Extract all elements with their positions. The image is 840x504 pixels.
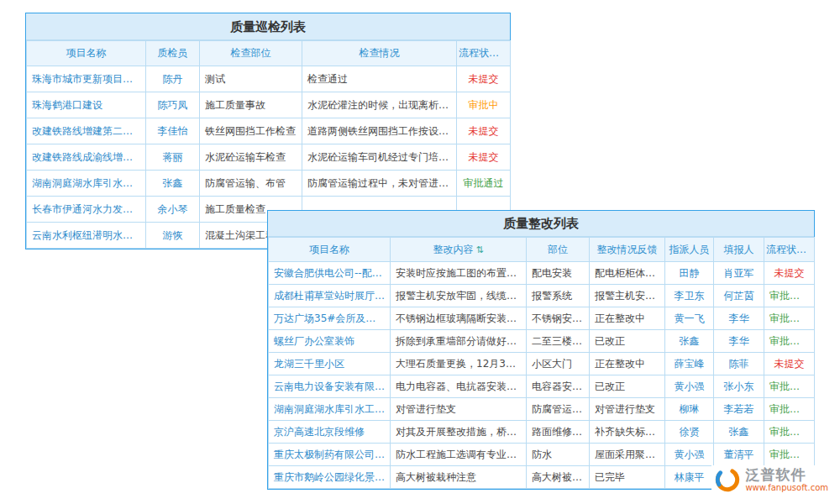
text-cell: 路面维修检... — [527, 421, 590, 444]
text-cell: 小区大门 — [527, 353, 590, 375]
person-cell: 徐贤 — [665, 421, 714, 444]
text-cell: 已完毕 — [590, 466, 665, 489]
column-header[interactable]: 项目名称 — [27, 41, 146, 66]
person-cell: 陈菲 — [714, 353, 764, 375]
watermark-brand: 泛普软件 — [745, 467, 828, 483]
text-cell: 屋面采用聚氨... — [590, 444, 665, 466]
text-cell: 水泥砼灌注的时候，出现离析现象 — [302, 92, 457, 118]
status-cell: 审批通过 — [764, 421, 815, 444]
column-header[interactable]: 检查部位 — [200, 41, 302, 66]
person-cell: 张鑫 — [665, 330, 714, 353]
text-cell: 防腐管运输、布管 — [200, 171, 302, 197]
text-cell: 拆除到承重墙部分请做好加固... — [391, 330, 527, 353]
project-name-cell[interactable]: 长春市伊通河水力发电... — [27, 197, 146, 223]
status-cell: 未提交 — [457, 66, 511, 92]
column-header-label: 指派人员 — [669, 244, 710, 255]
column-header[interactable]: 质检员 — [146, 41, 200, 66]
project-name-cell[interactable]: 重庆太极制药有限公司嘉州中... — [269, 444, 391, 466]
text-cell: 高大树被栽种 — [527, 466, 590, 489]
rectification-header-row: 项目名称整改内容⇅部位整改情况反馈指派人员填报人流程状态⇅ — [269, 238, 815, 262]
column-header[interactable]: 检查情况 — [302, 41, 457, 66]
project-name-cell[interactable]: 云南电力设备安装有限公司20... — [269, 375, 391, 398]
project-name-cell[interactable]: 改建铁路线成渝线增建第... — [27, 144, 146, 171]
person-cell: 陈丹 — [146, 66, 200, 92]
status-cell: 审批通过 — [764, 330, 815, 353]
status-cell: 未提交 — [764, 262, 815, 285]
column-header-label: 流程状态 — [459, 47, 499, 59]
column-header-label: 项目名称 — [66, 47, 107, 59]
text-cell: 补齐缺失标志... — [590, 421, 665, 444]
column-header[interactable]: 部位 — [527, 238, 590, 262]
project-name-cell[interactable]: 云南水利枢纽潜明水库... — [27, 223, 146, 249]
project-name-cell[interactable]: 珠海市城市更新项目紫... — [27, 66, 146, 92]
text-cell: 水泥砼运输车司机经过专门培训... — [302, 144, 457, 171]
column-header-label: 整改内容 — [433, 244, 473, 255]
project-name-cell[interactable]: 珠海鹤港口建设 — [27, 92, 146, 118]
project-name-cell[interactable]: 万达广场35#会所及咖啡厅空... — [269, 307, 391, 330]
project-name-cell[interactable]: 螺丝厂办公室装饰 — [269, 330, 391, 353]
person-cell: 游恢 — [146, 223, 200, 249]
project-name-cell[interactable]: 湖南洞庭湖水库引水工程施工... — [269, 398, 391, 421]
page: { "inspection_table": { "title": "质量巡检列表… — [0, 0, 840, 504]
table-row: 成都杜甫草堂站时展厅独立展...报警主机安放牢固，线缆连接...报警系统报警主机… — [269, 285, 815, 307]
table-row: 改建铁路线成渝线增建第...蒋丽水泥砼运输车检查水泥砼运输车司机经过专门培训..… — [27, 144, 511, 171]
text-cell: 报警主机安放牢固，线缆连接... — [391, 285, 527, 307]
sort-icon[interactable]: ⇅ — [809, 244, 815, 255]
project-name-cell[interactable]: 湖南洞庭湖水库引水工... — [27, 171, 146, 197]
status-cell: 审批通过 — [764, 307, 815, 330]
rectification-table-title: 质量整改列表 — [268, 211, 814, 237]
status-cell: 审批通过 — [764, 398, 815, 421]
person-cell: 黄小强 — [665, 444, 714, 466]
person-cell: 张鑫 — [714, 421, 764, 444]
text-cell: 对其及开展整改措施，桥头... — [391, 421, 527, 444]
sort-icon[interactable]: ⇅ — [501, 48, 509, 59]
column-header[interactable]: 项目名称 — [269, 238, 391, 262]
person-cell: 黄一飞 — [665, 307, 714, 330]
column-header[interactable]: 整改内容⇅ — [391, 238, 527, 262]
text-cell: 不锈钢边框玻璃隔断安装不牢... — [391, 307, 527, 330]
status-cell: 未提交 — [457, 144, 511, 171]
column-header[interactable]: 流程状态⇅ — [764, 238, 815, 262]
column-header[interactable]: 填报人 — [714, 238, 764, 262]
project-name-cell[interactable]: 改建铁路线增建第二线... — [27, 118, 146, 144]
status-cell: 审批通过 — [764, 375, 815, 398]
person-cell: 田静 — [665, 262, 714, 285]
table-row: 万达广场35#会所及咖啡厅空...不锈钢边框玻璃隔断安装不牢...不锈钢安装..… — [269, 307, 815, 330]
status-cell: 审批中 — [457, 92, 511, 118]
person-cell: 董清平 — [714, 444, 764, 466]
watermark-url[interactable]: www.fanpusoft.com — [745, 483, 828, 492]
project-name-cell[interactable]: 安徽合肥供电公司--配电设备... — [269, 262, 391, 285]
text-cell: 测试 — [200, 66, 302, 92]
person-cell: 柳琳 — [665, 398, 714, 421]
column-header[interactable]: 指派人员 — [665, 238, 714, 262]
person-cell: 薛宝峰 — [665, 353, 714, 375]
person-cell: 黄小强 — [665, 375, 714, 398]
column-header-label: 部位 — [548, 244, 568, 255]
person-cell: 李华 — [714, 307, 764, 330]
person-cell: 张小东 — [714, 375, 764, 398]
text-cell: 防水工程施工选调有专业资质... — [391, 444, 527, 466]
project-name-cell[interactable]: 京沪高速北京段维修 — [269, 421, 391, 444]
table-row: 云南电力设备安装有限公司20...电力电容器、电抗器安装方案,...电容器安装.… — [269, 375, 815, 398]
text-cell: 高大树被栽种注意 — [391, 466, 527, 489]
inspection-table-title: 质量巡检列表 — [26, 13, 510, 40]
project-name-cell[interactable]: 成都杜甫草堂站时展厅独立展... — [269, 285, 391, 307]
text-cell: 防腐管运输... — [527, 398, 590, 421]
rectification-table-panel: 质量整改列表 项目名称整改内容⇅部位整改情况反馈指派人员填报人流程状态⇅ 安徽合… — [267, 210, 815, 490]
text-cell: 已改正 — [590, 330, 665, 353]
text-cell: 防水 — [527, 444, 590, 466]
column-header[interactable]: 流程状态⇅ — [457, 41, 511, 66]
text-cell: 报警主机安放... — [590, 285, 665, 307]
text-cell: 已改正 — [590, 375, 665, 398]
sort-icon[interactable]: ⇅ — [475, 244, 483, 255]
column-header[interactable]: 整改情况反馈 — [590, 238, 665, 262]
column-header-label: 填报人 — [724, 244, 754, 255]
text-cell: 施工质量事故 — [200, 92, 302, 118]
person-cell: 李若若 — [714, 398, 764, 421]
watermark: 泛普软件 www.fanpusoft.com — [711, 465, 832, 494]
table-row: 湖南洞庭湖水库引水工程施工...对管进行垫支防腐管运输...对管进行垫支柳琳李若… — [269, 398, 815, 421]
project-name-cell[interactable]: 龙湖三千里小区 — [269, 353, 391, 375]
fanpu-logo-icon — [715, 467, 740, 492]
person-cell: 肖亚军 — [714, 262, 764, 285]
project-name-cell[interactable]: 重庆市鹅岭公园绿化景观提升... — [269, 466, 391, 489]
